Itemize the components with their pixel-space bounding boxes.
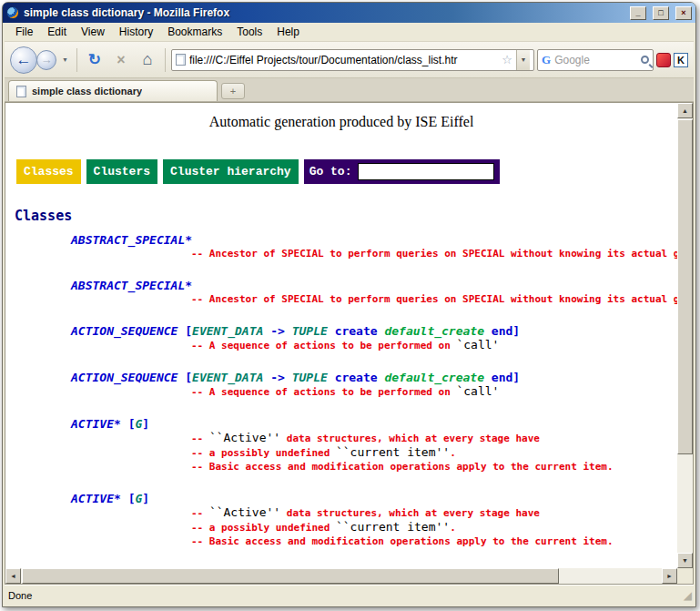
tab-favicon [16, 86, 26, 97]
class-entry: ACTION_SEQUENCE [EVENT_DATA -> TUPLE cre… [71, 371, 677, 399]
class-list: ABSTRACT_SPECIAL*-- Ancestor of SPECIAL … [5, 233, 677, 568]
page-favicon [176, 54, 186, 66]
menu-item-bookmarks[interactable]: Bookmarks [160, 24, 229, 40]
horizontal-scroll-thumb[interactable] [22, 568, 559, 584]
menu-item-history[interactable]: History [112, 24, 160, 40]
page-nav-buttons: ClassesClustersCluster hierarchy Go to: [16, 159, 677, 184]
title-bar[interactable]: simple class dictionary - Mozilla Firefo… [3, 3, 695, 23]
class-comments: -- ``Active'' data structures, which at … [191, 505, 677, 548]
minimize-button[interactable]: _ [630, 6, 646, 20]
scrollbar-corner [677, 568, 693, 584]
resize-grip[interactable]: ◢ [684, 590, 692, 601]
scroll-left-button[interactable]: ◄ [5, 568, 21, 584]
scroll-right-button[interactable]: ► [662, 568, 677, 584]
menu-item-help[interactable]: Help [269, 24, 307, 40]
class-comment-line: -- Basic access and modification operati… [191, 460, 677, 474]
back-button[interactable]: ← [10, 46, 37, 74]
close-button[interactable]: × [675, 6, 692, 20]
page-button-classes[interactable]: Classes [16, 159, 81, 184]
class-comment-line: -- a possibly undefined ``current item''… [191, 445, 677, 460]
scroll-down-button[interactable]: ▼ [677, 553, 693, 568]
google-logo-icon[interactable]: G [542, 53, 551, 67]
search-bar[interactable]: G [537, 49, 654, 71]
browser-window: simple class dictionary - Mozilla Firefo… [2, 2, 696, 607]
tab-simple-class-dictionary[interactable]: simple class dictionary [8, 80, 218, 101]
toolbar-separator [165, 48, 166, 72]
firefox-icon [6, 6, 19, 19]
class-comment-line: -- Ancestor of SPECIAL to perform querie… [191, 292, 677, 306]
class-comment-line: -- ``Active'' data structures, which at … [191, 431, 677, 445]
class-comments: -- A sequence of actions to be performed… [191, 384, 677, 399]
class-entry: ACTIVE* [G]-- ``Active'' data structures… [71, 492, 677, 548]
bookmark-star-icon[interactable]: ☆ [502, 53, 512, 66]
section-heading: Classes [15, 208, 677, 224]
address-bar[interactable]: ☆ ▼ [171, 49, 534, 71]
stop-button[interactable]: × [109, 48, 133, 72]
class-entry: ACTION_SEQUENCE [EVENT_DATA -> TUPLE cre… [71, 324, 677, 352]
menu-item-tools[interactable]: Tools [229, 24, 269, 40]
tab-bar: simple class dictionary + [5, 78, 694, 102]
forward-button[interactable]: → [36, 50, 56, 70]
class-entry: ABSTRACT_SPECIAL*-- Ancestor of SPECIAL … [71, 233, 677, 260]
window-title: simple class dictionary - Mozilla Firefo… [24, 6, 624, 19]
class-comments: -- Ancestor of SPECIAL to perform querie… [191, 292, 677, 306]
home-button[interactable]: ⌂ [136, 48, 159, 72]
class-name-link[interactable]: ABSTRACT_SPECIAL* [71, 279, 677, 292]
class-name-link[interactable]: ACTION_SEQUENCE [EVENT_DATA -> TUPLE cre… [71, 371, 677, 384]
horizontal-scrollbar[interactable]: ◄ ► [5, 568, 677, 584]
class-name-link[interactable]: ACTIVE* [G] [71, 417, 677, 431]
toolbar-separator [76, 48, 77, 72]
goto-input[interactable] [358, 163, 494, 180]
addon-icon-k[interactable]: K [674, 53, 688, 67]
document-page: Automatic generation produced by ISE Eif… [5, 103, 677, 568]
menu-item-file[interactable]: File [8, 24, 40, 40]
menu-bar: FileEditViewHistoryBookmarksToolsHelp [5, 23, 694, 42]
class-comment-line: -- a possibly undefined ``current item''… [191, 520, 677, 535]
menu-item-view[interactable]: View [74, 24, 112, 40]
menu-item-edit[interactable]: Edit [40, 24, 74, 40]
address-input[interactable] [189, 54, 498, 66]
scroll-up-button[interactable]: ▲ [677, 103, 693, 118]
status-bar: Done ◢ [5, 585, 694, 605]
page-button-cluster-hierarchy[interactable]: Cluster hierarchy [163, 159, 299, 184]
vertical-scrollbar[interactable]: ▲ ▼ [677, 103, 693, 568]
class-comment-line: -- A sequence of actions to be performed… [191, 338, 677, 352]
class-comments: -- ``Active'' data structures, which at … [191, 431, 677, 474]
navigation-toolbar: ← → ▼ ↻ × ⌂ ☆ ▼ G K [5, 42, 694, 78]
class-comment-line: -- A sequence of actions to be performed… [191, 384, 677, 399]
class-comments: -- Ancestor of SPECIAL to perform querie… [191, 247, 677, 260]
address-dropdown-button[interactable]: ▼ [516, 50, 530, 70]
maximize-button[interactable]: □ [653, 6, 669, 20]
class-entry: ACTIVE* [G]-- ``Active'' data structures… [71, 417, 677, 474]
reload-button[interactable]: ↻ [83, 48, 107, 72]
search-input[interactable] [554, 54, 637, 66]
browser-viewport: Automatic generation produced by ISE Eif… [5, 102, 694, 585]
history-dropdown-icon[interactable]: ▼ [59, 56, 71, 63]
goto-label: Go to: [309, 165, 352, 178]
page-button-clusters[interactable]: Clusters [86, 159, 157, 184]
class-comments: -- A sequence of actions to be performed… [191, 338, 677, 352]
addon-icon-red[interactable] [656, 53, 671, 67]
class-comment-line: -- Ancestor of SPECIAL to perform querie… [191, 247, 677, 260]
class-comment-line: -- ``Active'' data structures, which at … [191, 505, 677, 520]
goto-box: Go to: [304, 159, 501, 184]
class-name-link[interactable]: ACTIVE* [G] [71, 492, 677, 505]
tab-label: simple class dictionary [32, 86, 142, 97]
vertical-scroll-thumb[interactable] [677, 119, 693, 454]
class-name-link[interactable]: ACTION_SEQUENCE [EVENT_DATA -> TUPLE cre… [71, 324, 677, 338]
class-entry: ABSTRACT_SPECIAL*-- Ancestor of SPECIAL … [71, 279, 677, 306]
class-comment-line: -- Basic access and modification operati… [191, 535, 677, 548]
search-magnifier-icon[interactable] [641, 56, 649, 64]
page-title: Automatic generation produced by ISE Eif… [5, 114, 677, 130]
new-tab-button[interactable]: + [221, 83, 245, 99]
class-name-link[interactable]: ABSTRACT_SPECIAL* [71, 233, 677, 247]
status-text: Done [8, 590, 684, 601]
